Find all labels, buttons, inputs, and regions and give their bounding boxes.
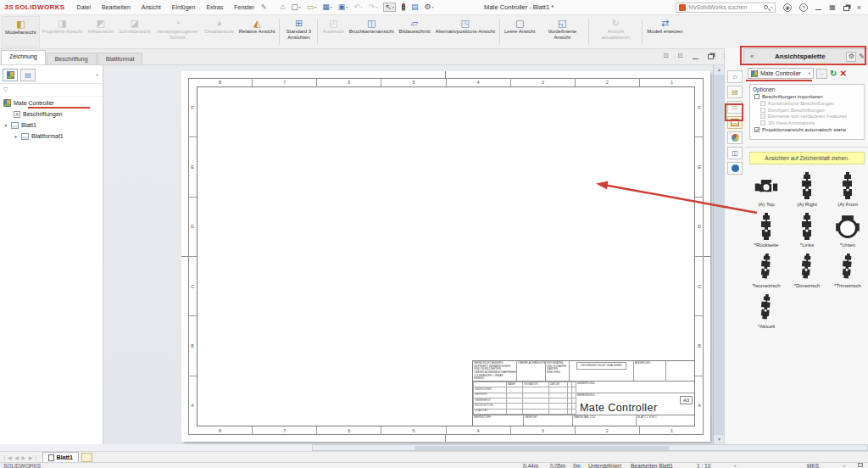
view-thumb-dimetrisch[interactable]: *Dimetrisch	[787, 254, 827, 288]
expand-panel-chevron-icon[interactable]: ›	[96, 71, 100, 79]
chevron-down-icon[interactable]: ▾	[392, 5, 394, 9]
display-settings-icon[interactable]: ▤	[411, 3, 419, 11]
checkbox-row[interactable]: Beschriftungen importieren	[754, 94, 861, 99]
chevron-down-icon[interactable]: ▾	[331, 5, 332, 9]
featuremanager-tree-tab[interactable]	[3, 69, 18, 81]
help-icon[interactable]: ?	[799, 3, 808, 12]
restore-icon[interactable]	[843, 6, 849, 11]
vertical-scrollbar[interactable]: ▲ ▼	[713, 65, 724, 444]
menu-extras[interactable]: Extras	[206, 4, 223, 10]
browse-button[interactable]: ...	[816, 69, 827, 79]
view-thumb-unten[interactable]: *Unten	[827, 213, 868, 248]
drawing-sheet[interactable]: 87654321 87654321 FEDCBA FEDCBA WENN NIC…	[181, 71, 710, 442]
drawing-title-text: Mate Controller	[580, 402, 657, 414]
forum-globe-icon[interactable]	[727, 162, 743, 175]
horizontal-scrollbar[interactable]	[312, 444, 868, 451]
menu-pin-icon[interactable]: ✎	[261, 3, 267, 11]
tab-beschriftung[interactable]: Beschriftung	[47, 53, 97, 64]
view-thumb-isometrisch[interactable]: *Isometrisch	[746, 254, 787, 288]
ribbon-relative-ansicht-button[interactable]: ◭Relative Ansicht	[236, 16, 278, 47]
file-explorer-icon[interactable]: ▭	[727, 101, 743, 114]
view-palette-tab-icon[interactable]	[727, 116, 743, 129]
document-dropdown[interactable]: Mate Controller ▾	[748, 68, 814, 79]
checkbox-row: 3D View Annotations	[760, 120, 861, 125]
ribbon-alternativpositions-ansicht-button[interactable]: ◳Alternativpositions-Ansicht	[433, 16, 498, 47]
ribbon-modellansicht-button[interactable]: ◧Modellansicht	[2, 16, 40, 47]
ribbon-vordefinierte-ansicht-button[interactable]: ◱Vordefinierte Ansicht	[537, 16, 587, 47]
view-thumb-top[interactable]: (A) Top	[746, 172, 787, 207]
scrollbar-thumb[interactable]	[415, 446, 669, 450]
tree-item-blattformat1[interactable]: ▸ Blattformat1	[0, 131, 103, 142]
clear-icon[interactable]: ✕	[839, 69, 846, 78]
tab-blattformat[interactable]: Blattformat	[97, 53, 143, 64]
window-grid-icon[interactable]: ▦	[829, 3, 836, 12]
ribbon-standard-3-ansichten-button[interactable]: ⊞Standard 3 Ansichten	[281, 16, 315, 47]
menu-ansicht[interactable]: Ansicht	[142, 4, 161, 10]
view-palette-header[interactable]: « Ansichtspalette ⚙ ✎	[743, 48, 868, 64]
view-thumb-rueckseite[interactable]: *Rückseite	[746, 213, 787, 248]
doc-restore-icon[interactable]	[708, 54, 714, 59]
tab-zeichnung[interactable]: Zeichnung	[1, 50, 46, 64]
ribbon-modell-ersetzen-button[interactable]: ⇄Modell ersetzen	[644, 16, 685, 47]
ribbon-leere-ansicht-button[interactable]: ▢Leere Ansicht	[502, 16, 537, 47]
status-sheet-scale[interactable]: 1 : 10	[697, 463, 710, 468]
tree-item-blatt1[interactable]: ▾ Blatt1	[0, 120, 103, 131]
menu-fenster[interactable]: Fenster	[234, 4, 254, 10]
revision-cell: ÄNDERUNG	[634, 361, 666, 381]
status-icon[interactable]	[858, 463, 863, 467]
custom-properties-icon[interactable]: ◫	[727, 147, 743, 159]
view-thumb-front[interactable]: (A) Front	[827, 172, 868, 207]
appearances-icon[interactable]	[727, 131, 743, 144]
search-box[interactable]: MySolidWorks suchen ▾	[676, 3, 776, 13]
graphics-area[interactable]: 87654321 87654321 FEDCBA FEDCBA WENN NIC…	[103, 65, 713, 444]
view-thumb-right[interactable]: (A) Right	[787, 172, 827, 207]
design-library-icon[interactable]: ▤	[727, 86, 743, 98]
ribbon-bruchkantenansicht-button[interactable]: ◫Bruchkantenansicht	[347, 16, 397, 47]
new-document-icon[interactable]: ▢	[291, 3, 298, 11]
checkbox-row: Konstruktions-Beschriftungen	[760, 101, 861, 106]
home-tab-icon[interactable]: ⌂	[727, 70, 743, 83]
minimize-icon[interactable]	[815, 4, 821, 10]
view-thumb-aktuell[interactable]: *Aktuell	[746, 294, 787, 329]
menu-einfuegen[interactable]: Einfügen	[172, 4, 196, 10]
view-thumb-trimetrisch[interactable]: *Trimetrisch	[827, 254, 868, 288]
print-icon[interactable]: ▣	[338, 3, 346, 11]
menu-datei[interactable]: Datei	[77, 4, 91, 10]
close-icon[interactable]: ×	[857, 3, 861, 12]
checkbox-icon[interactable]	[754, 94, 760, 99]
view-label: (A) Front	[837, 202, 858, 207]
checkbox-row[interactable]: Projektionsansicht automatisch starte	[754, 127, 861, 132]
chevron-down-icon[interactable]: ▾	[432, 5, 434, 9]
tree-filter[interactable]: ▽	[0, 84, 103, 97]
chevron-down-icon[interactable]: ▾	[771, 5, 772, 9]
pin-panel-icon[interactable]: ✎	[859, 53, 865, 60]
chevron-down-icon[interactable]: ▾	[314, 5, 316, 9]
property-manager-tab[interactable]: ▤	[20, 69, 36, 81]
options-gear-icon[interactable]: ⚙	[424, 3, 431, 11]
tree-item-beschriftungen[interactable]: A Beschriftungen	[0, 109, 103, 120]
status-units[interactable]: MKS	[807, 463, 819, 468]
checkbox-checked-icon[interactable]	[754, 127, 760, 132]
menu-bearbeiten[interactable]: Bearbeiten	[102, 4, 131, 10]
prev-document-icon[interactable]: ⊡	[664, 53, 669, 59]
search-icon[interactable]	[764, 5, 768, 9]
sheet-tab-blatt1[interactable]: Blatt1	[42, 452, 79, 462]
ribbon-bildausschnitt-button[interactable]: ▱Bildausschnitt	[397, 16, 433, 47]
account-icon[interactable]: ◉	[783, 3, 792, 12]
refresh-icon[interactable]: ↻	[830, 69, 837, 78]
expanded-arrow-icon[interactable]: ▾	[3, 123, 8, 128]
save-icon[interactable]: ▦	[322, 3, 330, 11]
home-icon[interactable]: ⌂	[281, 3, 285, 11]
open-icon[interactable]: ▭	[307, 3, 314, 11]
doc-minimize-icon[interactable]	[693, 53, 698, 59]
add-sheet-button[interactable]	[81, 453, 92, 462]
chevron-down-icon[interactable]: ▾	[346, 5, 348, 9]
collapsed-arrow-icon[interactable]: ▸	[14, 134, 19, 139]
chevron-down-icon[interactable]: ▾	[299, 5, 301, 9]
next-document-icon[interactable]: ⊡	[678, 53, 683, 59]
tree-root-row[interactable]: Mate Controller	[0, 97, 103, 109]
view-thumb-links[interactable]: *Links	[787, 213, 827, 248]
select-cursor-icon[interactable]: ↖	[385, 3, 392, 11]
palette-settings-gear-icon[interactable]: ⚙	[846, 52, 856, 62]
rebuild-traffic-light-icon[interactable]	[402, 3, 405, 11]
